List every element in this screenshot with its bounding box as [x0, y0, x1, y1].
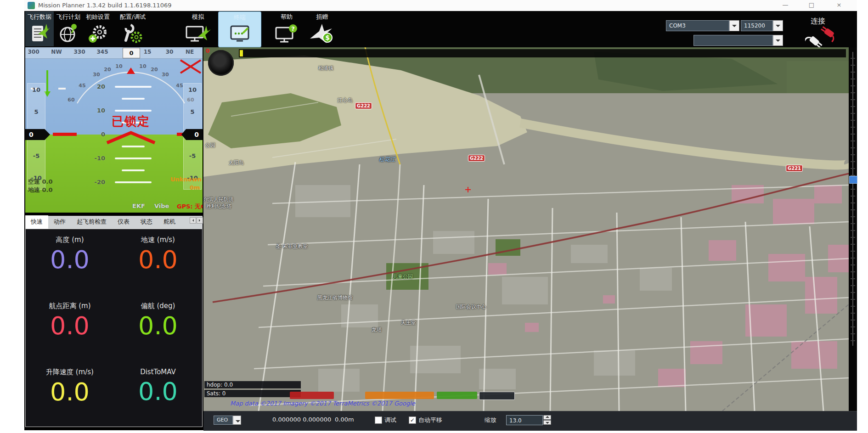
close-button[interactable]: × — [829, 0, 849, 10]
tab-gauges[interactable]: 仪表 — [112, 215, 135, 229]
heading-tape: 300 NW 330 345 15 30 NE — [25, 47, 203, 59]
zoom-label: 缩放 — [485, 416, 496, 424]
quick-cell-dist-to-mav: DistToMAV 0.0 — [114, 361, 202, 427]
mission-planner-window: Mission Planner 1.3.42 build 1.1.6198.11… — [24, 0, 857, 430]
hud-artificial-horizon: 300 NW 330 345 15 30 NE 0 60 45 30 20 10… — [25, 47, 203, 213]
quick-data-panel: 高度 (m) 0.0 地速 (m/s) 0.0 航点距离 (m) 0.0 偏航 … — [25, 229, 203, 427]
autopan-label: 自动平移 — [418, 416, 442, 424]
nav-flight-plan[interactable]: 飞行计划 — [55, 11, 82, 46]
chevron-down-icon[interactable] — [233, 416, 241, 425]
coord-format-select[interactable]: GEO — [214, 416, 241, 425]
status-badge-orange — [365, 392, 434, 399]
tab-status[interactable]: 状态 — [135, 215, 158, 229]
tab-quick[interactable]: 快速 — [25, 215, 48, 229]
app-logo-icon — [28, 2, 35, 9]
simulation-icon — [185, 23, 211, 44]
zoom-stepper[interactable] — [543, 415, 551, 425]
map-label: 太阳岛 — [229, 159, 244, 166]
maximize-button[interactable]: □ — [801, 0, 822, 10]
cursor-coordinates: 0.000000 0.000000 — [272, 416, 331, 423]
screenshot-stage: Mission Planner 1.3.42 build 1.1.6198.11… — [0, 0, 868, 433]
connect-button[interactable] — [805, 26, 841, 50]
donate-icon: $ — [309, 23, 335, 44]
map-label: 龙塔 — [372, 326, 382, 333]
map-label: 胜利纪念塔 — [206, 203, 231, 210]
map-label: 尔滨人民防洪 — [203, 196, 234, 203]
flight-mode-text: Unknown — [170, 176, 202, 183]
chevron-down-icon[interactable] — [773, 20, 783, 31]
config-tuning-icon — [122, 23, 143, 44]
tab-preflight[interactable]: 起飞前检查 — [71, 215, 112, 229]
zoom-slider-handle[interactable] — [849, 176, 857, 184]
tab-actions[interactable]: 动作 — [48, 215, 71, 229]
groundspeed-readout: 地速 0.0 — [28, 186, 53, 194]
map-canvas[interactable]: 松浦镇 江心岛 G222 松花江 公园 太阳岛 尔滨人民防洪 胜利纪念塔 G22… — [203, 47, 849, 411]
heading-value-box: 0 — [123, 48, 140, 58]
ekf-status[interactable]: EKF — [132, 202, 145, 209]
flight-data-icon — [29, 23, 50, 44]
nav-config-tuning[interactable]: 配置/调试 — [113, 11, 152, 46]
satellite-imagery — [203, 47, 849, 411]
minimize-button[interactable]: — — [775, 0, 795, 10]
altitude-text: 0m — [190, 184, 200, 191]
stepper-up-icon[interactable] — [543, 415, 551, 420]
playback-bar[interactable] — [239, 49, 846, 57]
armed-status-text: 已锁定 — [112, 113, 150, 129]
flight-plan-icon — [58, 23, 79, 44]
zoom-level-input[interactable]: 13.0 — [506, 415, 543, 425]
chevron-down-icon[interactable] — [773, 35, 783, 46]
debug-label: 调试 — [384, 416, 396, 424]
connect-label: 连接 — [811, 17, 825, 26]
quick-cell-groundspeed: 地速 (m/s) 0.0 — [114, 229, 202, 295]
main-toolbar: 飞行数据 飞行计划 初始设置 — [24, 11, 857, 47]
com-port-select[interactable]: COM3 — [666, 20, 739, 31]
playback-handle[interactable] — [240, 50, 243, 56]
status-badge-red — [290, 392, 334, 399]
nav-help[interactable]: 帮助 ? — [269, 11, 304, 46]
map-label: 国际会议中心 — [456, 304, 486, 310]
hdop-readout: hdop: 0.0 — [204, 381, 301, 388]
map-watermark: Map data ©2017 Imagery ©2017 TerraMetric… — [230, 400, 415, 407]
status-badge-dark — [479, 392, 515, 400]
autopan-checkbox[interactable]: ✓ — [409, 416, 416, 424]
title-bar: Mission Planner 1.3.42 build 1.1.6198.11… — [24, 0, 857, 11]
initial-setup-icon — [87, 23, 108, 44]
airspeed-readout: 空速 0.0 — [28, 178, 53, 186]
map-label: 黑龙江省博物馆 — [317, 294, 353, 301]
tab-scroll-right-button[interactable] — [197, 217, 203, 224]
map-label-park: 儿童公园 — [393, 273, 413, 280]
nav-donate[interactable]: 捐赠 $ — [305, 11, 338, 46]
terminal-icon — [228, 23, 251, 45]
data-tabs: 快速 动作 起飞前检查 仪表 状态 舵机 — [25, 216, 203, 229]
nav-initial-setup[interactable]: 初始设置 — [83, 11, 113, 46]
quick-cell-wp-distance: 航点距离 (m) 0.0 — [26, 295, 114, 361]
map-zoom-slider[interactable] — [849, 47, 857, 411]
gps-status: GPS: 无GPS — [177, 202, 203, 211]
road-badge: G222 — [468, 155, 485, 162]
secondary-port-select[interactable] — [693, 35, 783, 46]
chevron-down-icon[interactable] — [729, 20, 739, 31]
status-badge-green — [437, 392, 477, 399]
stepper-down-icon[interactable] — [543, 420, 551, 425]
compass-rose-icon — [208, 50, 234, 76]
map-label: 公园 — [205, 142, 215, 149]
tab-servo[interactable]: 舵机 — [158, 215, 181, 229]
map-label: 天主堂 — [401, 319, 416, 326]
quick-cell-yaw: 偏航 (deg) 0.0 — [114, 295, 202, 361]
map-status-bar: GEO 0.000000 0.000000 0.00m 调试 ✓ 自动平移 缩放… — [203, 411, 857, 431]
map-label: 圣·索菲亚教堂 — [276, 243, 308, 250]
vibe-status[interactable]: Vibe — [154, 202, 169, 209]
debug-checkbox[interactable] — [375, 416, 382, 424]
quick-cell-climb-rate: 升降速度 (m/s) 0.0 — [26, 361, 114, 427]
nav-terminal[interactable]: 终端 — [218, 11, 261, 47]
nav-flight-data[interactable]: 飞行数据 — [25, 11, 54, 46]
quick-cell-altitude: 高度 (m) 0.0 — [26, 229, 114, 295]
tab-scroll-left-button[interactable] — [190, 217, 196, 224]
map-label: 松浦镇 — [318, 65, 333, 72]
road-badge: G222 — [355, 102, 372, 109]
playback-zero-label: 0 — [206, 48, 209, 54]
sats-readout: Sats: 0 — [204, 390, 301, 397]
baud-rate-select[interactable]: 115200 — [741, 20, 783, 31]
cursor-altitude: 0.00m — [335, 416, 354, 423]
nav-simulation[interactable]: 模拟 — [178, 11, 218, 46]
